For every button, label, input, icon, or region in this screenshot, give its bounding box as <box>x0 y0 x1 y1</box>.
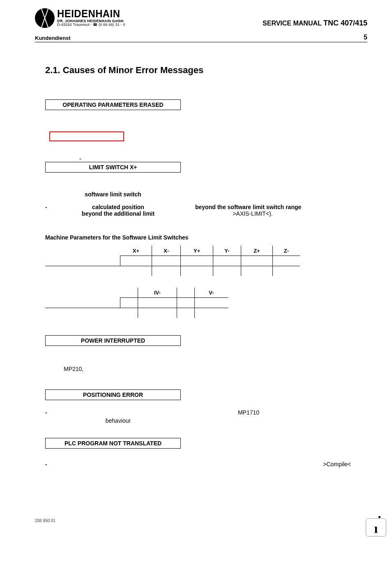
table-header-cell: Z+ <box>241 246 273 256</box>
info-icon[interactable]: ı <box>366 518 386 537</box>
box-plc-not-translated: PLC PROGRAM NOT TRANSLATED <box>45 438 181 449</box>
calculated-position-label: calculated position <box>92 204 144 210</box>
manual-title: SERVICE MANUAL TNC 407/415 <box>263 8 367 28</box>
compile-label: >Compile< <box>323 461 351 468</box>
box-operating-parameters-erased: OPERATING PARAMETERS ERASED <box>45 99 181 110</box>
table-header-cell <box>177 288 195 298</box>
table-header-cell: Y+ <box>181 246 213 256</box>
box-positioning-error: POSITIONING ERROR <box>45 389 181 400</box>
dash-marker: - <box>79 155 81 162</box>
table-heading: Machine Parameters for the Software Limi… <box>45 234 367 241</box>
table-header-cell: X- <box>152 246 181 256</box>
table-row <box>45 308 228 318</box>
kundendienst-row: Kundendienst 5 <box>35 34 367 42</box>
document-header: HEIDENHAIN DR. JOHANNES HEIDENHAIN GmbH … <box>35 8 367 28</box>
mp-table-1: X+ X- Y+ Y- Z+ Z- <box>45 246 300 276</box>
box-limit-switch: LIMIT SWITCH X+ <box>45 162 181 173</box>
table-header-cell: IV- <box>138 288 177 298</box>
box-power-interrupted: POWER INTERRUPTED <box>45 335 181 346</box>
table-row <box>45 256 300 266</box>
table-header-cell: Z- <box>272 246 300 256</box>
table-header-cell: V- <box>194 288 228 298</box>
table-row <box>45 298 228 308</box>
logo-name: HEIDENHAIN <box>57 8 120 19</box>
behaviour-label: behaviour <box>106 417 131 424</box>
table-header-cell <box>120 288 138 298</box>
kundendienst-label: Kundendienst <box>35 35 71 41</box>
dash-marker: - <box>45 204 47 210</box>
table-header-cell <box>45 246 120 256</box>
mp-table-2: IV- V- <box>45 288 228 318</box>
model-label: TNC 407/415 <box>323 19 367 27</box>
logo-subtitle-2: D-83292 Traunreut · ☎ (0 86 69) 31 - 0 <box>57 23 126 27</box>
footer-code: 208 850 01 <box>35 518 55 523</box>
section-title: 2.1. Causes of Minor Error Messages <box>45 65 367 76</box>
heidenhain-logo-icon <box>35 8 55 28</box>
table-header-cell <box>45 288 120 298</box>
mp1710-label: MP1710 <box>238 409 259 416</box>
dash-marker: - <box>45 409 47 416</box>
red-highlight-box <box>49 131 124 141</box>
software-limit-switch-label: software limit switch <box>45 191 181 198</box>
table-row <box>45 266 300 276</box>
dash-marker: - <box>45 461 47 468</box>
mp210-label: MP210, <box>64 366 367 372</box>
page-number: 5 <box>364 34 367 41</box>
logo-block: HEIDENHAIN DR. JOHANNES HEIDENHAIN GmbH … <box>35 8 126 28</box>
service-manual-label: SERVICE MANUAL <box>263 20 321 27</box>
beyond-software-label: beyond the software limit switch range <box>195 204 301 210</box>
table-header-cell: X+ <box>120 246 152 256</box>
beyond-additional-label: beyond the additional limit <box>82 210 154 217</box>
axis-limit-label: >AXIS-LIMIT<). <box>233 210 272 217</box>
table-header-cell: Y- <box>213 246 241 256</box>
